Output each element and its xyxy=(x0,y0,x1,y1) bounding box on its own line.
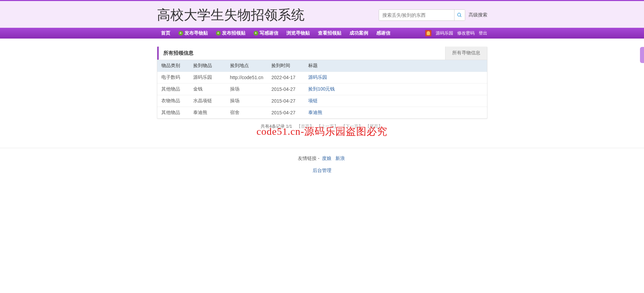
nav-label: 写感谢信 xyxy=(260,30,278,36)
cell-location: 宿舍 xyxy=(226,107,268,119)
nav-right: 源码乐园 修改密码 登出 xyxy=(425,28,487,39)
search-box xyxy=(379,9,465,21)
site-title: 高校大学生失物招领系统 xyxy=(157,6,305,24)
cell-title-link[interactable]: 泰迪熊 xyxy=(308,110,322,115)
cell-time: 2022-04-17 xyxy=(267,72,304,83)
search-icon xyxy=(457,12,462,18)
cell-title-link[interactable]: 捡到100元钱 xyxy=(308,86,335,92)
svg-line-1 xyxy=(460,16,461,17)
nav-label: 感谢信 xyxy=(376,30,390,36)
search-button[interactable] xyxy=(454,10,465,20)
nav-browse-found[interactable]: 查看招领贴 xyxy=(314,28,345,39)
cell-item: 源码乐园 xyxy=(189,72,226,83)
cell-title-link[interactable]: 源码乐园 xyxy=(308,74,327,80)
search-group: 高级搜索 xyxy=(379,9,487,21)
cell-item: 泰迪熊 xyxy=(189,107,226,119)
plus-icon: + xyxy=(216,31,221,36)
th-location: 捡到地点 xyxy=(226,60,268,72)
panel-tab-lost[interactable]: 所有寻物信息 xyxy=(445,47,487,60)
nav-label: 发布寻物贴 xyxy=(184,30,208,36)
nav-post-found[interactable]: +发布招领贴 xyxy=(212,28,250,39)
advanced-search-link[interactable]: 高级搜索 xyxy=(469,12,487,18)
cell-location: http://code51.cn xyxy=(226,72,268,83)
svg-point-0 xyxy=(458,13,461,16)
pagination: 共有4条记录 1/1 【首页】 【上一页】 【下一页】 【尾页】 xyxy=(157,119,487,134)
cell-item: 金钱 xyxy=(189,83,226,95)
cell-category: 衣物饰品 xyxy=(157,95,189,107)
nav-write-thanks[interactable]: +写感谢信 xyxy=(250,28,282,39)
pagination-summary: 共有4条记录 1/1 xyxy=(261,124,292,129)
plus-icon: + xyxy=(254,31,258,36)
cell-title-link[interactable]: 项链 xyxy=(308,98,318,103)
table-row: 电子数码 源码乐园 http://code51.cn 2022-04-17 源码… xyxy=(157,72,487,83)
cell-category: 其他物品 xyxy=(157,83,189,95)
pagination-first[interactable]: 【首页】 xyxy=(297,124,314,129)
nav-success-cases[interactable]: 成功案例 xyxy=(345,28,372,39)
search-input[interactable] xyxy=(379,10,454,20)
nav-post-lost[interactable]: +发布寻物贴 xyxy=(174,28,212,39)
pagination-prev[interactable]: 【上一页】 xyxy=(317,124,338,129)
change-password-link[interactable]: 修改密码 xyxy=(457,30,475,36)
main-nav: 首页 +发布寻物贴 +发布招领贴 +写感谢信 浏览寻物贴 查看招领贴 成功案例 … xyxy=(0,28,644,39)
cell-time: 2015-04-27 xyxy=(267,107,304,119)
table-row: 其他物品 金钱 操场 2015-04-27 捡到100元钱 xyxy=(157,83,487,95)
footer-link-sina[interactable]: 新浪 xyxy=(335,156,345,161)
nav-left: 首页 +发布寻物贴 +发布招领贴 +写感谢信 浏览寻物贴 查看招领贴 成功案例 … xyxy=(157,28,394,39)
footer: 友情链接 - 度娘 新浪 后台管理 xyxy=(0,148,644,181)
plus-icon: + xyxy=(178,31,183,36)
cell-time: 2015-04-27 xyxy=(267,83,304,95)
right-side-handle[interactable] xyxy=(640,47,644,63)
nav-label: 浏览寻物贴 xyxy=(286,30,310,36)
nav-label: 成功案例 xyxy=(350,30,368,36)
nav-browse-lost[interactable]: 浏览寻物贴 xyxy=(282,28,314,39)
pagination-last[interactable]: 【尾页】 xyxy=(365,124,383,129)
table-row: 衣物饰品 水晶项链 操场 2015-04-27 项链 xyxy=(157,95,487,107)
nav-label: 查看招领贴 xyxy=(318,30,341,36)
footer-link-baidu[interactable]: 度娘 xyxy=(322,156,331,161)
cell-category: 其他物品 xyxy=(157,107,189,119)
panel-title: 所有招领信息 xyxy=(157,47,445,60)
header: 高校大学生失物招领系统 高级搜索 xyxy=(0,1,644,28)
th-category: 物品类别 xyxy=(157,60,189,72)
nav-thanks-letters[interactable]: 感谢信 xyxy=(372,28,394,39)
th-title: 标题 xyxy=(304,60,487,72)
cell-location: 操场 xyxy=(226,95,268,107)
footer-admin-link[interactable]: 后台管理 xyxy=(313,168,331,173)
found-panel: 所有招领信息 所有寻物信息 物品类别 捡到物品 捡到地点 捡到时间 标题 电子数… xyxy=(157,47,487,119)
logout-link[interactable]: 登出 xyxy=(479,30,487,36)
username-link[interactable]: 源码乐园 xyxy=(436,30,453,36)
pagination-next[interactable]: 【下一页】 xyxy=(341,124,363,129)
nav-label: 首页 xyxy=(161,30,170,36)
cell-time: 2015-04-27 xyxy=(267,95,304,107)
th-time: 捡到时间 xyxy=(267,60,304,72)
cell-item: 水晶项链 xyxy=(189,95,226,107)
nav-label: 发布招领贴 xyxy=(222,30,246,36)
avatar xyxy=(425,30,432,37)
th-item: 捡到物品 xyxy=(189,60,226,72)
cell-location: 操场 xyxy=(226,83,268,95)
nav-home[interactable]: 首页 xyxy=(157,28,174,39)
table-row: 其他物品 泰迪熊 宿舍 2015-04-27 泰迪熊 xyxy=(157,107,487,119)
footer-links-label: 友情链接 - xyxy=(298,156,320,161)
cell-category: 电子数码 xyxy=(157,72,189,83)
found-table: 物品类别 捡到物品 捡到地点 捡到时间 标题 电子数码 源码乐园 http://… xyxy=(157,60,487,118)
